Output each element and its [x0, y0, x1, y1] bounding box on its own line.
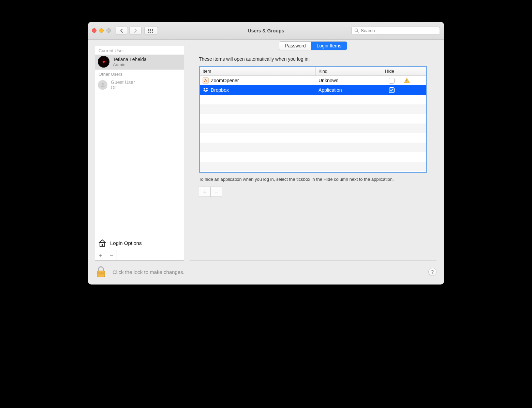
chevron-left-icon	[120, 29, 123, 33]
guest-user-name: Guest User	[111, 79, 135, 85]
search-icon	[354, 28, 359, 33]
lock-icon[interactable]	[95, 266, 106, 278]
person-icon	[98, 80, 107, 90]
login-item-row[interactable]: ZoomOpener Unknown	[200, 76, 426, 85]
chevron-right-icon	[134, 29, 137, 33]
svg-marker-17	[206, 88, 208, 90]
svg-rect-4	[150, 30, 151, 31]
forward-button[interactable]	[129, 27, 142, 35]
current-user-header: Current User	[95, 46, 184, 55]
svg-line-10	[357, 31, 358, 32]
sidebar-bottom-bar: ＋ －	[95, 250, 184, 260]
svg-rect-24	[97, 275, 105, 275]
svg-point-11	[102, 83, 104, 85]
svg-marker-16	[203, 88, 206, 90]
svg-rect-13	[102, 244, 103, 246]
lock-label: Click the lock to make changes.	[113, 269, 184, 275]
svg-rect-2	[152, 29, 153, 30]
tab-login-items[interactable]: Login Items	[311, 42, 347, 50]
svg-rect-6	[148, 32, 149, 33]
current-user-name: Tetiana Leheida	[113, 57, 147, 62]
svg-rect-22	[97, 272, 105, 273]
svg-rect-5	[152, 30, 153, 31]
guest-user-meta: Guest User Off	[111, 79, 135, 90]
login-item-kind: Unknown	[316, 78, 382, 83]
login-item-kind: Application	[316, 87, 382, 93]
table-body: ZoomOpener Unknown	[200, 76, 426, 172]
svg-rect-8	[152, 32, 153, 33]
tab-bar: Password Login Items	[279, 41, 347, 50]
close-window-button[interactable]	[92, 28, 97, 33]
svg-rect-23	[97, 273, 105, 274]
hide-checkbox[interactable]	[389, 87, 395, 93]
svg-point-15	[407, 82, 407, 83]
traffic-lights	[92, 28, 111, 33]
current-user-row[interactable]: Tetiana Leheida Admin	[95, 55, 184, 70]
show-all-button[interactable]	[144, 27, 158, 35]
main-panel: Password Login Items These items will op…	[189, 46, 437, 261]
avatar-icon	[98, 56, 109, 68]
warning-icon	[404, 78, 410, 83]
svg-rect-14	[407, 79, 407, 81]
table-row	[200, 133, 426, 143]
table-row	[200, 123, 426, 133]
guest-user-status: Off	[111, 85, 135, 90]
login-items-table: Item Kind Hide ZoomOpener	[199, 66, 427, 173]
login-options-button[interactable]: Login Options	[95, 236, 184, 250]
back-button[interactable]	[116, 27, 128, 35]
add-login-item-button[interactable]: ＋	[199, 187, 210, 197]
svg-rect-7	[150, 32, 151, 33]
current-user-meta: Tetiana Leheida Admin	[113, 57, 147, 67]
table-row	[200, 95, 426, 104]
table-header: Item Kind Hide	[200, 67, 426, 76]
search-input[interactable]	[361, 28, 437, 33]
hide-hint: To hide an application when you log in, …	[199, 176, 427, 183]
hide-checkbox[interactable]	[389, 78, 395, 84]
login-items-buttons: ＋ －	[199, 187, 427, 197]
guest-user-row[interactable]: Guest User Off	[95, 78, 184, 92]
add-user-button[interactable]: ＋	[95, 250, 106, 260]
table-row	[200, 104, 426, 114]
footer: Click the lock to make changes. ?	[88, 266, 444, 285]
users-sidebar: Current User Tetiana Leheida Admin Other…	[95, 46, 184, 261]
svg-rect-1	[150, 29, 151, 30]
help-button[interactable]: ?	[428, 268, 437, 276]
sidebar-bottom-spacer	[117, 250, 184, 260]
col-item[interactable]: Item	[200, 67, 316, 75]
remove-login-item-button[interactable]: －	[210, 187, 222, 197]
svg-rect-3	[148, 30, 149, 31]
login-item-name: ZoomOpener	[211, 78, 239, 83]
tab-password[interactable]: Password	[279, 42, 311, 50]
col-kind[interactable]: Kind	[316, 67, 382, 75]
login-item-row[interactable]: Dropbox Application	[200, 85, 426, 95]
table-row	[200, 152, 426, 162]
house-icon	[98, 239, 107, 247]
table-row	[200, 162, 426, 171]
table-row	[200, 143, 426, 152]
table-row	[200, 114, 426, 123]
current-user-role: Admin	[113, 62, 147, 67]
login-item-name: Dropbox	[211, 87, 229, 93]
nav-buttons	[116, 27, 142, 35]
remove-user-button[interactable]: －	[106, 250, 117, 260]
zoom-opener-icon	[203, 77, 209, 84]
prefs-window: Users & Groups Current User Tetiana Lehe…	[88, 22, 444, 285]
grid-icon	[148, 29, 154, 33]
login-options-label: Login Options	[110, 240, 142, 246]
toolbar: Users & Groups	[88, 22, 444, 40]
content: Current User Tetiana Leheida Admin Other…	[88, 40, 444, 266]
zoom-window-button[interactable]	[106, 28, 111, 33]
svg-rect-0	[148, 29, 149, 30]
col-hide[interactable]: Hide	[382, 67, 401, 75]
col-extra	[401, 67, 426, 75]
other-users-header: Other Users	[95, 70, 184, 78]
minimize-window-button[interactable]	[99, 28, 104, 33]
search-field[interactable]	[351, 27, 440, 35]
login-items-heading: These items will open automatically when…	[199, 56, 427, 62]
dropbox-icon	[203, 87, 209, 93]
